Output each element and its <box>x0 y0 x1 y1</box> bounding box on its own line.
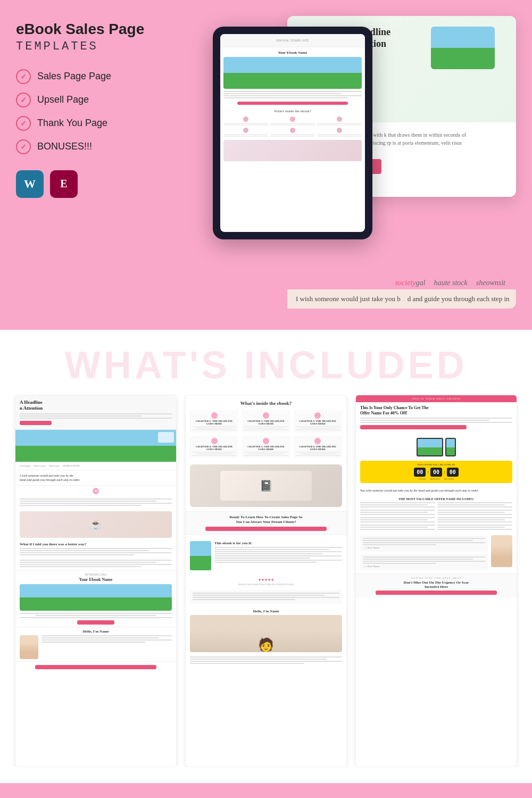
landscape-image <box>431 27 495 69</box>
feature-checklist: Sales Page Page Upsell Page Thank You Pa… <box>16 69 197 154</box>
tablet-screen: EBOOK TEMPLATE Your Ebook Name What's in… <box>220 34 365 232</box>
check-icon-2 <box>16 93 31 107</box>
checklist-item-4: BONUSES!!! <box>16 139 197 154</box>
checklist-item-2: Upsell Page <box>16 93 197 107</box>
left-panel: eBook Sales Page TEMPLATES Sales Page Pa… <box>16 16 197 319</box>
logo-societygal: societygal <box>395 279 426 287</box>
check-icon-3 <box>16 116 31 131</box>
checklist-item-3: Thank You Page <box>16 116 197 131</box>
check-icon-1 <box>16 69 31 84</box>
tablet-mockup: EBOOK TEMPLATE Your Ebook Name What's in… <box>213 27 372 239</box>
upsell-page-mini: THIS IS YOUR ONLY CHANCE This Is Your On… <box>356 395 517 767</box>
logos-row: societygal haute stock sheownsit <box>395 279 505 287</box>
ebook-interior-preview-col: What's inside the ebook? CHAPTER 1: THE … <box>181 395 351 767</box>
wordpress-icon: W <box>16 170 44 198</box>
checklist-item-1: Sales Page Page <box>16 69 197 84</box>
sales-page-preview: A Headlinen Attention societygal <box>15 395 177 767</box>
whats-included-banner: WHAT'S INCLUDED <box>0 330 532 389</box>
whats-included-section: WHAT'S INCLUDED A Headlinen Attention <box>0 330 532 783</box>
whats-included-text: WHAT'S INCLUDED <box>11 346 521 384</box>
logo-sheownsit: sheownsit <box>476 279 505 287</box>
previews-grid: A Headlinen Attention societygal <box>0 389 532 783</box>
ebook-interior-preview: What's inside the ebook? CHAPTER 1: THE … <box>185 395 347 767</box>
sales-page-preview-col: A Headlinen Attention societygal <box>11 395 181 767</box>
upsell-page-preview-col: THIS IS YOUR ONLY CHANCE This Is Your On… <box>351 395 521 767</box>
main-title-line1: eBook Sales Page <box>16 21 197 38</box>
scroll-text: I wish someone would just take you b... … <box>287 289 516 309</box>
sales-page-mini: A Headlinen Attention societygal <box>15 395 176 767</box>
top-section: eBook Sales Page TEMPLATES Sales Page Pa… <box>0 0 532 330</box>
ebook-interior-mini: What's inside the ebook? CHAPTER 1: THE … <box>186 395 346 767</box>
right-panel: EBOOK TEMPLATE Your Ebook Name What's in… <box>207 16 516 319</box>
tablet-header: EBOOK TEMPLATE <box>220 34 365 47</box>
elementor-icon: E <box>50 170 78 198</box>
check-icon-4 <box>16 139 31 154</box>
main-title-line2: TEMPLATES <box>16 40 197 53</box>
logo-hautestock: haute stock <box>434 279 467 287</box>
upsell-page-preview: THIS IS YOUR ONLY CHANCE This Is Your On… <box>355 395 517 767</box>
platform-icons: W E <box>16 170 197 198</box>
